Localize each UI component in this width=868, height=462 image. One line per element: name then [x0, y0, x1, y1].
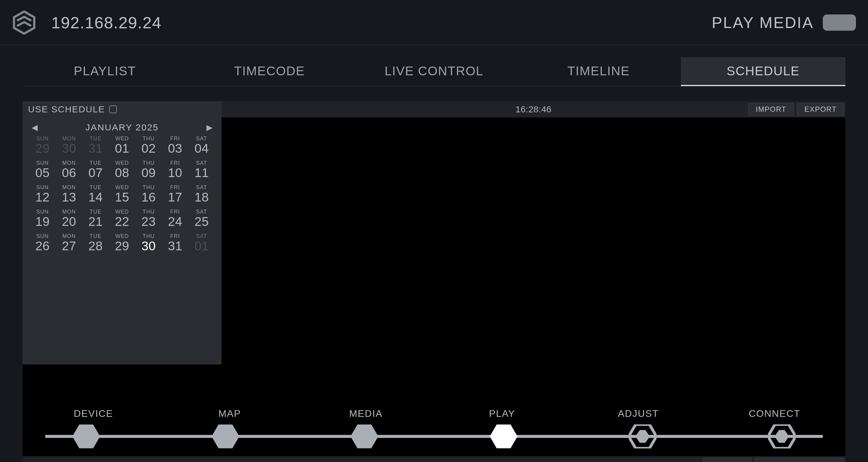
calendar-day-number: 24 [162, 215, 188, 228]
schedule-canvas[interactable] [221, 118, 845, 364]
step-node-play[interactable] [490, 424, 518, 449]
use-schedule-checkbox[interactable] [109, 105, 117, 113]
svg-marker-2 [212, 424, 239, 448]
calendar-day[interactable]: WED15 [109, 184, 135, 204]
calendar-dow-label: WED [109, 184, 135, 191]
calendar-day-number: 21 [82, 215, 109, 228]
calendar-day-number: 16 [135, 191, 162, 204]
calendar-day[interactable]: MON13 [56, 184, 82, 204]
calendar-day-number: 10 [162, 166, 188, 179]
svg-marker-8 [775, 430, 789, 443]
calendar-day[interactable]: WED01 [109, 135, 135, 155]
import-button[interactable]: IMPORT [748, 103, 794, 116]
calendar-day[interactable]: FRI03 [162, 135, 188, 155]
calendar-day-number: 18 [188, 191, 215, 204]
calendar-day[interactable]: SAT25 [188, 209, 215, 228]
calendar-dow-label: FRI [162, 160, 188, 166]
calendar-day[interactable]: SUN19 [29, 209, 56, 228]
step-node-map[interactable] [212, 424, 239, 449]
calendar-day[interactable]: SUN29 [29, 135, 56, 155]
app-logo-icon [12, 10, 36, 35]
calendar-day-number: 13 [56, 191, 82, 204]
calendar-dow-label: TUE [82, 160, 109, 166]
calendar-day[interactable]: SAT18 [188, 184, 215, 204]
clear-schedule-button[interactable]: CLEAR SCHEDULE [755, 458, 844, 462]
calendar-day[interactable]: THU23 [135, 209, 162, 228]
calendar-dow-label: WED [109, 160, 135, 166]
tab-timecode[interactable]: TIMECODE [187, 57, 352, 86]
calendar-day[interactable]: THU09 [135, 160, 162, 179]
calendar-dow-label: FRI [162, 184, 188, 191]
svg-marker-1 [72, 424, 100, 448]
calendar-day[interactable]: FRI10 [162, 160, 188, 179]
tab-timeline[interactable]: TIMELINE [516, 57, 681, 86]
calendar-dow-label: TUE [82, 184, 109, 191]
calendar-day[interactable]: MON20 [56, 209, 82, 228]
calendar-day-number: 14 [82, 191, 109, 204]
step-label-map: MAP [187, 408, 272, 419]
calendar-day[interactable]: WED08 [109, 160, 135, 179]
calendar-day[interactable]: WED22 [109, 209, 135, 228]
calendar-day-number: 09 [135, 166, 162, 179]
status-indicator[interactable] [823, 14, 856, 31]
calendar-dow-label: TUE [82, 209, 109, 215]
calendar-day-number: 08 [109, 166, 135, 179]
calendar-day[interactable]: THU30 [135, 233, 162, 253]
calendar-day[interactable]: FRI17 [162, 184, 188, 204]
calendar-month-label: JANUARY 2025 [86, 122, 159, 133]
step-node-media[interactable] [350, 424, 378, 449]
step-node-connect[interactable] [768, 424, 796, 449]
svg-marker-6 [635, 430, 650, 443]
clock: 16:28:46 [516, 104, 551, 114]
calendar-day[interactable]: THU16 [135, 184, 162, 204]
app-header: 192.168.29.24 PLAY MEDIA [0, 0, 868, 45]
calendar-dow-label: FRI [162, 233, 188, 239]
calendar-prev-icon[interactable]: ◀ [32, 123, 38, 132]
export-button[interactable]: EXPORT [797, 103, 844, 116]
step-node-adjust[interactable] [629, 424, 656, 449]
tab-livecontrol[interactable]: LIVE CONTROL [352, 57, 516, 86]
tab-playlist[interactable]: PLAYLIST [23, 57, 187, 86]
calendar-day-number: 30 [56, 142, 82, 155]
calendar-day[interactable]: FRI24 [162, 209, 188, 228]
calendar-dow-label: MON [56, 160, 82, 166]
calendar-dow-label: SAT [188, 160, 215, 166]
step-label-play: PLAY [460, 408, 544, 419]
calendar-day-number: 26 [29, 239, 56, 253]
calendar-dow-label: SUN [29, 184, 56, 191]
step-label-media: MEDIA [324, 408, 408, 419]
step-node-device[interactable] [72, 424, 100, 449]
calendar-day[interactable]: MON30 [56, 135, 82, 155]
svg-marker-4 [490, 424, 518, 448]
schedule-top-row: USE SCHEDULE 16:28:46 IMPORT EXPORT [23, 101, 845, 118]
use-schedule-toggle[interactable]: USE SCHEDULE [23, 101, 221, 118]
workflow-stepper: DEVICEMAPMEDIAPLAYADJUSTCONNECT [0, 408, 868, 450]
io-buttons: IMPORT EXPORT [748, 103, 845, 116]
calendar-day[interactable]: TUE21 [82, 209, 109, 228]
tab-schedule[interactable]: SCHEDULE [681, 57, 845, 86]
calendar-day[interactable]: TUE31 [82, 135, 109, 155]
calendar-day[interactable]: SAT04 [188, 135, 215, 155]
calendar-dow-label: SUN [29, 233, 56, 239]
calendar-day[interactable]: MON06 [56, 160, 82, 179]
schedule-time-bar: 16:28:46 IMPORT EXPORT [221, 101, 845, 118]
calendar-day[interactable]: TUE07 [82, 160, 109, 179]
calendar-day[interactable]: MON27 [56, 233, 82, 253]
calendar-day[interactable]: TUE14 [82, 184, 109, 204]
calendar-day[interactable]: TUE28 [82, 233, 109, 253]
step-label-device: DEVICE [51, 408, 135, 419]
ip-address: 192.168.29.24 [51, 13, 161, 32]
calendar-day-number: 17 [162, 191, 188, 204]
calendar-day[interactable]: SUN12 [29, 184, 56, 204]
calendar-day[interactable]: SUN26 [29, 233, 56, 253]
calendar-day[interactable]: FRI31 [162, 233, 188, 253]
calendar-day[interactable]: SAT01 [188, 233, 215, 253]
calendar-day[interactable]: WED29 [109, 233, 135, 253]
zoom-button[interactable]: 1 MIN [703, 458, 751, 462]
calendar-dow-label: WED [109, 233, 135, 239]
calendar-day[interactable]: SAT11 [188, 160, 215, 179]
calendar-day[interactable]: SUN05 [29, 160, 56, 179]
calendar-day-number: 22 [109, 215, 135, 228]
calendar-next-icon[interactable]: ▶ [207, 123, 213, 132]
calendar-day[interactable]: THU02 [135, 135, 162, 155]
